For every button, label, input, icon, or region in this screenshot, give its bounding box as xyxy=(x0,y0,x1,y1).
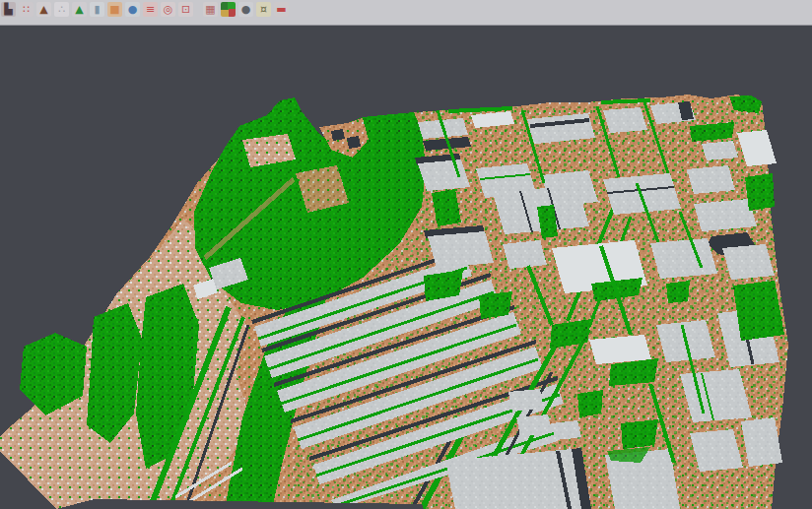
vegetation-icon[interactable]: ▲ xyxy=(72,2,87,17)
building-roof xyxy=(650,238,717,279)
application-window: ▙∷▲∴▲▮■●≡◎⊡▦●¤▬ xyxy=(0,0,812,509)
point-cloud-icon[interactable]: ∴ xyxy=(54,2,69,17)
building-roof xyxy=(680,369,752,422)
classification-icon[interactable] xyxy=(221,2,236,17)
building-roof xyxy=(418,159,470,191)
mesh-icon[interactable]: ● xyxy=(238,2,253,17)
building-roof xyxy=(428,231,494,268)
section-view-icon[interactable]: ▮ xyxy=(90,2,104,17)
shed-roof xyxy=(508,389,544,412)
building-roof xyxy=(694,199,757,231)
vegetation-patch xyxy=(577,390,603,417)
vegetation-patch xyxy=(666,281,690,303)
building-roof xyxy=(687,165,735,194)
vegetation-patch xyxy=(479,291,512,319)
ring-icon[interactable]: ◎ xyxy=(161,2,175,17)
terrain-icon[interactable]: ▲ xyxy=(36,2,51,17)
tree-line xyxy=(601,100,650,102)
viewport-3d[interactable] xyxy=(0,0,812,509)
import-icon[interactable]: ▙ xyxy=(1,2,16,17)
shed-roof xyxy=(516,414,552,436)
building-roof xyxy=(702,141,738,160)
roof-shadow xyxy=(331,129,345,141)
building-roof xyxy=(503,240,547,269)
measure-icon[interactable]: ¤ xyxy=(256,2,271,17)
fence-icon[interactable]: ▦ xyxy=(203,2,218,17)
shed-roof xyxy=(552,420,581,440)
ground-class-icon[interactable]: ■ xyxy=(107,2,122,17)
vegetation-patch xyxy=(621,419,658,449)
toolbar: ▙∷▲∴▲▮■●≡◎⊡▦●¤▬ xyxy=(0,0,812,26)
building-roof xyxy=(722,244,775,280)
vegetation-patch xyxy=(745,173,775,211)
delete-icon[interactable]: ▬ xyxy=(274,2,289,17)
clip-box-icon[interactable]: ⊡ xyxy=(178,2,193,17)
building-roof xyxy=(603,107,647,133)
building-roof xyxy=(589,335,651,364)
toolbar-separator xyxy=(196,2,203,17)
globe-icon[interactable]: ● xyxy=(125,2,140,17)
profile-lines-icon[interactable]: ≡ xyxy=(143,2,158,17)
roof-shadow xyxy=(347,136,361,149)
align-points-icon[interactable]: ∷ xyxy=(19,2,34,17)
